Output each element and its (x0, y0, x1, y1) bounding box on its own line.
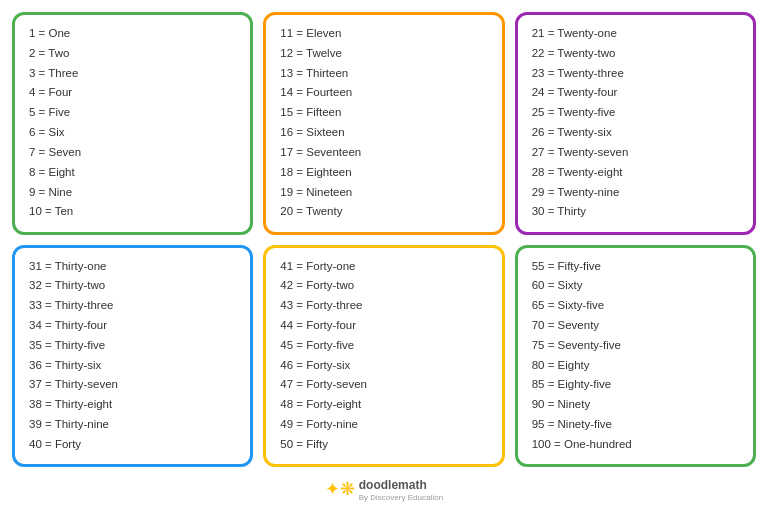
card-5-item-4: 44 = Forty-four (280, 317, 487, 335)
card-6-item-7: 85 = Eighty-five (532, 376, 739, 394)
card-4-item-7: 37 = Thirty-seven (29, 376, 236, 394)
card-1-item-7: 7 = Seven (29, 144, 236, 162)
card-5-item-8: 48 = Forty-eight (280, 396, 487, 414)
card-5: 41 = Forty-one42 = Forty-two43 = Forty-t… (263, 245, 504, 468)
card-5-item-1: 41 = Forty-one (280, 258, 487, 276)
footer: ✦❋ doodlemath By Discovery Education (325, 475, 443, 502)
card-5-item-3: 43 = Forty-three (280, 297, 487, 315)
card-4-item-10: 40 = Forty (29, 436, 236, 454)
star-icon: ✦❋ (325, 478, 355, 500)
card-1-item-1: 1 = One (29, 25, 236, 43)
card-3-item-10: 30 = Thirty (532, 203, 739, 221)
card-6-item-1: 55 = Fifty-five (532, 258, 739, 276)
card-2: 11 = Eleven12 = Twelve13 = Thirteen14 = … (263, 12, 504, 235)
card-1-item-3: 3 = Three (29, 65, 236, 83)
card-6-item-2: 60 = Sixty (532, 277, 739, 295)
card-5-item-7: 47 = Forty-seven (280, 376, 487, 394)
card-5-item-2: 42 = Forty-two (280, 277, 487, 295)
card-6-item-9: 95 = Ninety-five (532, 416, 739, 434)
card-6-item-6: 80 = Eighty (532, 357, 739, 375)
card-4-item-1: 31 = Thirty-one (29, 258, 236, 276)
card-5-item-10: 50 = Fifty (280, 436, 487, 454)
card-2-item-8: 18 = Eighteen (280, 164, 487, 182)
card-2-item-3: 13 = Thirteen (280, 65, 487, 83)
card-3-item-3: 23 = Twenty-three (532, 65, 739, 83)
card-6-item-8: 90 = Ninety (532, 396, 739, 414)
card-6-item-5: 75 = Seventy-five (532, 337, 739, 355)
brand-sub: By Discovery Education (359, 493, 443, 502)
card-1-item-2: 2 = Two (29, 45, 236, 63)
numbers-grid: 1 = One2 = Two3 = Three4 = Four5 = Five6… (12, 12, 756, 467)
card-6-item-10: 100 = One-hundred (532, 436, 739, 454)
card-2-item-10: 20 = Twenty (280, 203, 487, 221)
card-1-item-9: 9 = Nine (29, 184, 236, 202)
card-1-item-4: 4 = Four (29, 84, 236, 102)
card-3-item-1: 21 = Twenty-one (532, 25, 739, 43)
card-2-item-2: 12 = Twelve (280, 45, 487, 63)
card-3: 21 = Twenty-one22 = Twenty-two23 = Twent… (515, 12, 756, 235)
card-1: 1 = One2 = Two3 = Three4 = Four5 = Five6… (12, 12, 253, 235)
card-5-item-9: 49 = Forty-nine (280, 416, 487, 434)
card-5-item-5: 45 = Forty-five (280, 337, 487, 355)
brand-name: doodlemath (359, 478, 427, 492)
card-4-item-8: 38 = Thirty-eight (29, 396, 236, 414)
card-1-item-6: 6 = Six (29, 124, 236, 142)
card-4: 31 = Thirty-one32 = Thirty-two33 = Thirt… (12, 245, 253, 468)
card-1-item-8: 8 = Eight (29, 164, 236, 182)
card-6: 55 = Fifty-five60 = Sixty65 = Sixty-five… (515, 245, 756, 468)
card-3-item-2: 22 = Twenty-two (532, 45, 739, 63)
card-3-item-5: 25 = Twenty-five (532, 104, 739, 122)
card-1-item-5: 5 = Five (29, 104, 236, 122)
card-3-item-8: 28 = Twenty-eight (532, 164, 739, 182)
card-3-item-7: 27 = Twenty-seven (532, 144, 739, 162)
card-2-item-5: 15 = Fifteen (280, 104, 487, 122)
card-3-item-6: 26 = Twenty-six (532, 124, 739, 142)
card-4-item-2: 32 = Thirty-two (29, 277, 236, 295)
card-2-item-6: 16 = Sixteen (280, 124, 487, 142)
card-3-item-4: 24 = Twenty-four (532, 84, 739, 102)
card-2-item-1: 11 = Eleven (280, 25, 487, 43)
card-6-item-3: 65 = Sixty-five (532, 297, 739, 315)
card-1-item-10: 10 = Ten (29, 203, 236, 221)
card-4-item-5: 35 = Thirty-five (29, 337, 236, 355)
card-4-item-9: 39 = Thirty-nine (29, 416, 236, 434)
card-2-item-4: 14 = Fourteen (280, 84, 487, 102)
card-3-item-9: 29 = Twenty-nine (532, 184, 739, 202)
card-5-item-6: 46 = Forty-six (280, 357, 487, 375)
brand-logo: ✦❋ doodlemath By Discovery Education (325, 475, 443, 502)
card-4-item-4: 34 = Thirty-four (29, 317, 236, 335)
card-6-item-4: 70 = Seventy (532, 317, 739, 335)
card-2-item-9: 19 = Nineteen (280, 184, 487, 202)
card-2-item-7: 17 = Seventeen (280, 144, 487, 162)
card-4-item-3: 33 = Thirty-three (29, 297, 236, 315)
card-4-item-6: 36 = Thirty-six (29, 357, 236, 375)
